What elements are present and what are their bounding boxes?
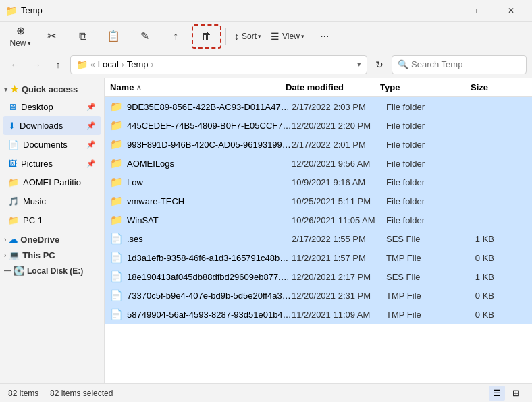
folder-icon: 📁 (110, 176, 123, 188)
rename-button[interactable]: ✎ (130, 24, 159, 49)
file-type: File folder (386, 140, 454, 150)
path-separator-2: › (122, 60, 124, 69)
cut-button[interactable]: ✂ (36, 24, 66, 49)
file-icon: 📄 (110, 270, 123, 283)
new-button[interactable]: ⊕ New ▾ (5, 24, 35, 49)
table-row[interactable]: 📄73370c5f-b9e4-407e-bd9b-5d5e20ff4a36...… (105, 286, 532, 305)
table-row[interactable]: 📁445CEDEF-74B5-4809-B0F7-E05CCF797A9C12/… (105, 116, 532, 135)
table-row[interactable]: 📄.ses2/17/2022 1:55 PMSES File1 KB (105, 229, 532, 248)
file-name: 1d3a1efb-9358-46f6-a1d3-165791c48be8.... (127, 253, 292, 263)
table-row[interactable]: 📁WinSAT10/26/2021 11:05 AMFile folder (105, 210, 532, 229)
localdisk-section[interactable]: — 💽 Local Disk (E:) (0, 263, 104, 279)
more-button[interactable]: ··· (310, 24, 340, 49)
back-button[interactable]: ← (5, 55, 24, 74)
search-box[interactable]: 🔍 (392, 55, 527, 74)
localdisk-label: Local Disk (E:) (27, 266, 83, 276)
column-name[interactable]: Name ∧ (110, 82, 286, 92)
thispc-section[interactable]: › 💻 This PC (0, 248, 104, 263)
sidebar-item-aomei[interactable]: 📁 AOMEI Partitio (3, 173, 101, 192)
close-button[interactable]: ✕ (496, 0, 527, 22)
pin-desktop-icon: 📌 (86, 103, 96, 111)
up-button[interactable]: ↑ (49, 55, 68, 74)
sort-button[interactable]: ↕ Sort ▾ (230, 24, 265, 49)
sidebar-item-desktop[interactable]: 🖥 Desktop 📌 (3, 97, 101, 116)
col-date-label: Date modified (286, 82, 344, 92)
path-dropdown-icon[interactable]: ▾ (357, 60, 361, 69)
maximize-button[interactable]: □ (463, 0, 494, 22)
sidebar-item-music[interactable]: 🎵 Music (3, 192, 101, 210)
toolbar: ⊕ New ▾ ✂ ⧉ 📋 ✎ ↑ 🗑 ↕ Sort ▾ ☰ View ▾ (0, 22, 532, 51)
delete-button[interactable]: 🗑 (192, 24, 221, 49)
table-row[interactable]: 📄18e190413af045db88dfbd29609eb877.db....… (105, 267, 532, 286)
address-bar: ← → ↑ 📁 « Local › Temp › ▾ ↻ 🔍 (0, 51, 532, 78)
onedrive-section[interactable]: › ☁ OneDrive (0, 232, 104, 248)
path-separator-1: « (90, 60, 95, 69)
file-size: 0 KB (454, 291, 494, 301)
column-size[interactable]: Size (448, 82, 488, 92)
search-input[interactable] (411, 59, 521, 69)
table-row[interactable]: 📁vmware-TECH10/25/2021 5:11 PMFile folde… (105, 192, 532, 210)
column-type[interactable]: Type (380, 82, 448, 92)
path-folder-icon: 📁 (76, 59, 88, 70)
file-rows: 📁9DE35E89-856E-422B-AC93-D011A474698C2/1… (105, 97, 532, 324)
file-size: 1 KB (454, 234, 494, 244)
file-name: WinSAT (127, 215, 292, 225)
address-path[interactable]: 📁 « Local › Temp › ▾ (70, 55, 367, 74)
file-date: 2/17/2022 1:55 PM (292, 234, 386, 244)
column-date[interactable]: Date modified (286, 82, 380, 92)
sidebar: ▾ ★ Quick access 🖥 Desktop 📌 ⬇ Downloads… (0, 78, 105, 383)
path-temp: Temp (127, 59, 149, 69)
window-folder-icon: 📁 (5, 5, 17, 16)
quick-access-section[interactable]: ▾ ★ Quick access (0, 81, 104, 97)
col-name-label: Name (110, 82, 134, 92)
sidebar-item-pc1[interactable]: 📁 PC 1 (3, 210, 101, 229)
forward-button[interactable]: → (27, 55, 46, 74)
file-icon: 📄 (110, 252, 123, 264)
file-name: .ses (127, 234, 292, 244)
file-name: 58749904-56af-4593-8287-93d51e01b450.... (127, 310, 292, 320)
pictures-icon: 🖼 (8, 159, 17, 169)
file-date: 12/20/2021 9:56 AM (292, 159, 386, 169)
copy-icon: ⧉ (79, 30, 86, 42)
file-date: 10/9/2021 9:16 AM (292, 177, 386, 188)
view-icon: ☰ (271, 31, 280, 42)
table-row[interactable]: 📄58749904-56af-4593-8287-93d51e01b450...… (105, 305, 532, 324)
search-icon: 🔍 (398, 59, 408, 69)
large-icons-view-button[interactable]: ⊞ (508, 386, 524, 401)
col-type-label: Type (380, 82, 400, 92)
file-size: 1 KB (454, 272, 494, 282)
status-view-controls: ☰ ⊞ (489, 386, 524, 401)
sidebar-downloads-label: Downloads (20, 121, 63, 131)
sidebar-item-downloads[interactable]: ⬇ Downloads 📌 (3, 116, 101, 135)
details-view-button[interactable]: ☰ (489, 386, 505, 401)
new-icon: ⊕ (16, 24, 25, 37)
folder-icon: 📁 (110, 138, 123, 150)
paste-button[interactable]: 📋 (99, 24, 128, 49)
sort-icon: ↕ (234, 31, 239, 42)
title-bar-controls: — □ ✕ (431, 0, 527, 22)
minimize-button[interactable]: — (431, 0, 462, 22)
table-row[interactable]: 📁AOMEILogs12/20/2021 9:56 AMFile folder (105, 154, 532, 173)
view-button[interactable]: ☰ View ▾ (267, 24, 309, 49)
file-type: File folder (386, 215, 454, 225)
table-row[interactable]: 📁993F891D-946B-420C-AD05-96193199AD...2/… (105, 135, 532, 154)
share-button[interactable]: ↑ (161, 24, 190, 49)
copy-button[interactable]: ⧉ (68, 24, 97, 49)
table-row[interactable]: 📁Low10/9/2021 9:16 AMFile folder (105, 173, 532, 192)
pin-downloads-icon: 📌 (86, 121, 96, 130)
localdisk-icon: 💽 (14, 266, 24, 276)
sort-label: Sort (242, 32, 257, 41)
refresh-button[interactable]: ↻ (370, 55, 389, 74)
localdisk-expand-icon: — (4, 267, 11, 275)
file-date: 12/20/2021 2:20 PM (292, 121, 386, 131)
table-row[interactable]: 📁9DE35E89-856E-422B-AC93-D011A474698C2/1… (105, 97, 532, 116)
sidebar-item-documents[interactable]: 📄 Documents 📌 (3, 135, 101, 154)
file-date: 2/17/2022 2:03 PM (292, 102, 386, 112)
table-row[interactable]: 📄1d3a1efb-9358-46f6-a1d3-165791c48be8...… (105, 248, 532, 267)
sidebar-item-pictures[interactable]: 🖼 Pictures 📌 (3, 154, 101, 173)
status-count: 82 items 82 items selected (8, 389, 113, 398)
file-name: AOMEILogs (127, 159, 292, 169)
folder-icon: 📁 (110, 195, 123, 207)
file-size: 0 KB (454, 253, 494, 263)
thispc-expand-icon: › (4, 252, 6, 259)
